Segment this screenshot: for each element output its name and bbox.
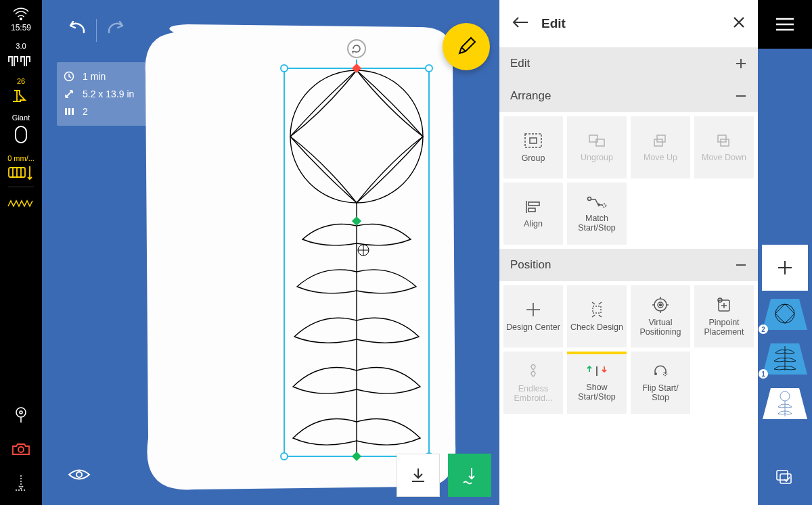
- status-sidebar: 15:59 3.0 26 Giant 0 mm/...: [0, 0, 42, 505]
- layer-thumb-2[interactable]: 2: [757, 293, 812, 335]
- layers-icon: [64, 106, 74, 117]
- layer-thumbnails-bar: 2 1: [758, 0, 812, 505]
- tile-flip-start-stop[interactable]: Flip Start/ Stop: [631, 352, 690, 414]
- svg-point-5: [18, 447, 24, 452]
- stitch-out-button[interactable]: [448, 454, 491, 497]
- multi-select-button[interactable]: [775, 468, 795, 490]
- info-time: 1 min: [83, 71, 106, 82]
- plate-offset[interactable]: 0 mm/...: [7, 154, 35, 180]
- tile-match-start-stop[interactable]: Match Start/Stop: [567, 183, 627, 245]
- svg-rect-21: [654, 139, 662, 146]
- svg-rect-23: [721, 139, 729, 146]
- tile-group[interactable]: Group: [503, 116, 563, 178]
- stitch-type-icon[interactable]: [7, 199, 35, 208]
- minus-icon: [735, 259, 747, 271]
- layer-number: 2: [759, 324, 768, 334]
- presser-foot[interactable]: 26: [12, 77, 30, 104]
- undo-redo-toolbar: [64, 19, 129, 42]
- undo-button[interactable]: [64, 20, 87, 41]
- layer-number: 1: [759, 369, 768, 379]
- resize-handle-tl[interactable]: [280, 64, 288, 72]
- design-canvas[interactable]: [133, 12, 466, 499]
- info-layers: 2: [83, 106, 88, 117]
- section-edit[interactable]: Edit: [499, 47, 758, 80]
- svg-rect-1: [16, 126, 26, 143]
- edit-pencil-button[interactable]: [443, 23, 490, 70]
- svg-point-4: [20, 411, 22, 414]
- download-button[interactable]: [397, 454, 440, 497]
- wifi-icon: [12, 7, 30, 20]
- svg-rect-24: [528, 202, 539, 206]
- bobbin-icon[interactable]: [14, 406, 28, 424]
- svg-rect-25: [528, 208, 535, 212]
- tile-align[interactable]: Align: [503, 183, 563, 245]
- info-dimensions: 5.2 x 13.9 in: [83, 89, 134, 99]
- svg-point-27: [603, 203, 606, 207]
- redo-button[interactable]: [106, 20, 129, 41]
- stitch-speed[interactable]: 3.0: [7, 42, 35, 68]
- preview-button[interactable]: [68, 467, 91, 485]
- rotate-handle[interactable]: [347, 39, 366, 58]
- menu-button[interactable]: [758, 0, 812, 49]
- edit-panel: Edit Edit Arrange Group Ungroup Move Up …: [499, 0, 758, 505]
- layer-thumb-combined[interactable]: [757, 383, 812, 425]
- plus-icon: [735, 57, 747, 70]
- back-button[interactable]: [512, 16, 529, 32]
- tile-endless-embroidery: Endless Embroid...: [503, 352, 563, 414]
- svg-point-34: [654, 372, 657, 375]
- tile-move-up: Move Up: [631, 116, 690, 178]
- design-canvas-area: 1 min 5.2 x 13.9 in 2: [42, 0, 499, 505]
- clock-icon: [64, 71, 74, 82]
- tile-design-center[interactable]: Design Center: [503, 285, 563, 347]
- mid-point-marker[interactable]: [352, 216, 361, 226]
- tile-pinpoint-placement[interactable]: Pinpoint Placement: [694, 285, 754, 347]
- tile-virtual-positioning[interactable]: Virtual Positioning: [631, 285, 690, 347]
- svg-rect-7: [65, 108, 67, 115]
- clock-time: 15:59: [11, 23, 31, 32]
- svg-rect-41: [780, 474, 791, 483]
- close-button[interactable]: [732, 16, 746, 32]
- camera-icon[interactable]: [11, 441, 31, 456]
- tile-check-design[interactable]: Check Design: [567, 285, 627, 347]
- panel-title: Edit: [541, 16, 720, 31]
- svg-rect-20: [657, 135, 665, 142]
- add-layer-button[interactable]: [762, 245, 808, 291]
- tile-move-down: Move Down: [694, 116, 754, 178]
- resize-handle-tr[interactable]: [425, 64, 433, 72]
- svg-rect-9: [72, 108, 74, 115]
- tile-show-start-stop[interactable]: Show Start/Stop: [567, 352, 627, 414]
- section-position[interactable]: Position: [499, 249, 758, 281]
- needle-drop-icon[interactable]: [14, 474, 28, 494]
- svg-rect-22: [718, 135, 726, 142]
- svg-point-26: [588, 197, 591, 200]
- svg-point-15: [76, 472, 82, 477]
- resize-handle-bl[interactable]: [280, 452, 288, 460]
- section-arrange[interactable]: Arrange: [499, 80, 758, 112]
- svg-rect-17: [530, 138, 537, 143]
- minus-icon: [735, 90, 747, 102]
- svg-rect-16: [525, 134, 541, 147]
- svg-rect-28: [593, 306, 601, 313]
- svg-rect-8: [68, 108, 70, 115]
- svg-point-3: [16, 408, 26, 417]
- tile-ungroup: Ungroup: [567, 116, 627, 178]
- layer-thumb-1[interactable]: 1: [757, 338, 812, 380]
- dimensions-icon: [64, 89, 74, 99]
- svg-point-0: [20, 18, 22, 20]
- svg-rect-40: [777, 471, 788, 480]
- svg-point-31: [660, 304, 662, 306]
- hoop-size[interactable]: Giant: [12, 114, 30, 145]
- selection-bounding-box[interactable]: [284, 68, 430, 457]
